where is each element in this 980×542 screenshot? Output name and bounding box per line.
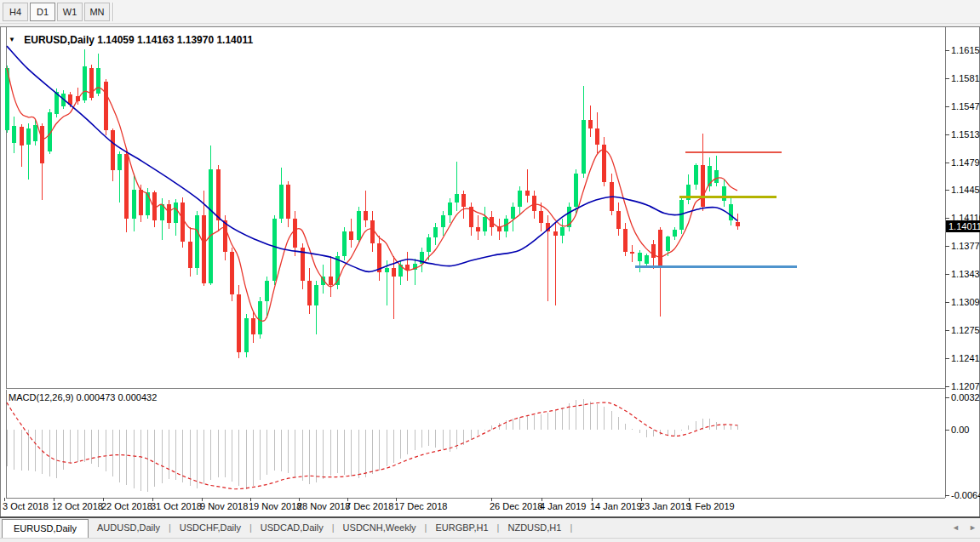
price-axis-tick: [945, 358, 949, 359]
time-axis-label: 3 Oct 2018: [3, 501, 49, 511]
chart-tab-eurgbp-h1[interactable]: EURGBP,H1: [427, 519, 496, 538]
price-axis-tick: [945, 134, 949, 135]
time-axis-label: 26 Dec 2018: [490, 501, 542, 511]
macd-axis-tick: [945, 397, 949, 398]
chart-ohlc-values: 1.14059 1.14163 1.13970 1.14011: [97, 34, 253, 46]
time-axis-label: 23 Jan 2019: [639, 501, 691, 511]
macd-axis-tick: [945, 495, 949, 496]
time-axis-label: 19 Nov 2018: [249, 501, 301, 511]
time-axis-label: 31 Oct 2018: [151, 501, 202, 511]
price-axis-label: 1.13770: [951, 241, 980, 251]
price-axis-label: 1.15130: [951, 129, 980, 140]
hline-resistance-yellow[interactable]: [679, 196, 777, 198]
price-axis-tick: [945, 218, 949, 219]
candlesticks: [5, 49, 740, 358]
price-axis-tick: [945, 106, 949, 107]
macd-axis-label: 0.003216: [951, 392, 980, 402]
time-axis-label: 7 Dec 2018: [346, 501, 393, 511]
symbol-dropdown-icon[interactable]: ▼: [9, 36, 15, 43]
macd-axis-tick: [945, 430, 949, 431]
price-axis-label: 1.13430: [951, 269, 980, 279]
hline-support-blue[interactable]: [635, 265, 797, 268]
tab-scroll-left-icon[interactable]: ◄: [952, 523, 960, 532]
mt4-application: H4D1W1MN ▼ EURUSD,Daily 1.14059 1.14163 …: [0, 0, 980, 542]
price-axis-label: 1.12750: [951, 325, 980, 335]
chart-tab-bar: EURUSD,DailyAUDUSD,Daily|USDCHF,Daily|US…: [0, 518, 980, 539]
price-axis-tick: [945, 163, 949, 163]
price-axis-label: 1.15470: [951, 101, 980, 111]
price-axis-label: 1.12070: [951, 381, 980, 391]
time-axis-label: 1 Feb 2019: [687, 501, 735, 511]
macd-current-values: 0.000473 0.000432: [76, 392, 157, 402]
price-axis-tick: [945, 78, 949, 79]
tab-separator: |: [570, 519, 572, 538]
chart-tab-nzdusd-h1[interactable]: NZDUSD,H1: [499, 519, 570, 538]
price-axis-tick: [945, 246, 949, 247]
price-axis-label: 1.15810: [951, 73, 980, 83]
macd-histogram: [7, 399, 738, 491]
chart-symbol-label: EURUSD,Daily: [24, 34, 95, 46]
price-axis-label: 1.16150: [951, 45, 980, 55]
price-axis-tick: [945, 330, 949, 331]
chart-tab-eurusd-daily[interactable]: EURUSD,Daily: [2, 519, 89, 538]
price-chart-canvas[interactable]: [0, 0, 980, 542]
time-axis-label: 28 Nov 2018: [297, 501, 350, 511]
macd-axis-label: 0.00: [951, 425, 969, 435]
chart-title: ▼ EURUSD,Daily 1.14059 1.14163 1.13970 1…: [9, 34, 253, 46]
ma-fast-line: [7, 68, 737, 322]
time-axis-label: 17 Dec 2018: [394, 501, 447, 511]
price-axis-tick: [945, 302, 949, 303]
price-axis-tick: [945, 274, 949, 275]
macd-axis-label: -0.006485: [951, 490, 980, 500]
price-axis-label: 1.13090: [951, 297, 980, 307]
time-axis-label: 12 Oct 2018: [52, 501, 103, 511]
price-axis-tick: [945, 190, 949, 191]
price-axis-label: 1.14790: [951, 157, 980, 168]
time-axis-label: 22 Oct 2018: [101, 501, 152, 511]
time-axis-label: 9 Nov 2018: [200, 501, 248, 511]
tab-scroll-right-icon[interactable]: ►: [969, 523, 977, 532]
chart-tab-usdchf-daily[interactable]: USDCHF,Daily: [171, 519, 249, 538]
chart-tab-audusd-daily[interactable]: AUDUSD,Daily: [89, 519, 169, 538]
time-axis-label: 14 Jan 2019: [590, 501, 642, 511]
chart-tab-usdcad-daily[interactable]: USDCAD,Daily: [252, 519, 332, 538]
time-axis-label: 4 Jan 2019: [540, 501, 586, 511]
current-price-badge: 1.14011: [946, 220, 980, 232]
price-axis-tick: [945, 386, 949, 387]
price-axis-label: 1.12410: [951, 353, 980, 363]
chart-tab-usdcnh-weekly[interactable]: USDCNH,Weekly: [335, 519, 425, 538]
price-axis-label: 1.14450: [951, 185, 980, 195]
price-axis-tick: [945, 50, 949, 51]
macd-name: MACD(12,26,9): [9, 392, 73, 402]
hline-resistance-red[interactable]: [685, 151, 782, 153]
macd-indicator-label: MACD(12,26,9) 0.000473 0.000432: [9, 392, 157, 402]
